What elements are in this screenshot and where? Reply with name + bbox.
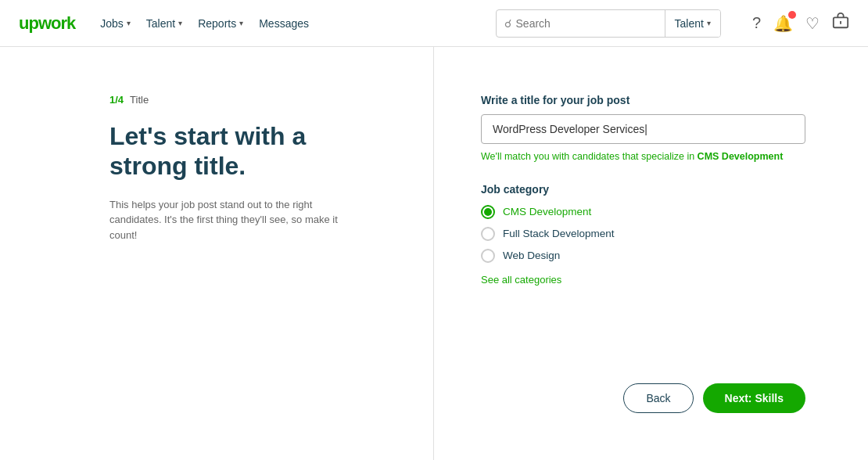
form-label: Write a title for your job post: [481, 94, 805, 106]
form-section: Write a title for your job post We'll ma…: [481, 94, 805, 305]
job-title-input[interactable]: [481, 114, 805, 144]
radio-button-webdesign[interactable]: [481, 249, 495, 263]
main-content: 1/4 Title Let's start with a strong titl…: [0, 47, 868, 460]
footer-buttons: Back Next: Skills: [481, 368, 805, 413]
notification-badge: [788, 11, 796, 19]
back-button[interactable]: Back: [623, 383, 693, 413]
radio-web-design[interactable]: Web Design: [481, 249, 805, 263]
radio-label-fullstack: Full Stack Development: [503, 228, 615, 239]
navbar: upwork Jobs ▾ Talent ▾ Reports ▾ Message…: [0, 0, 868, 47]
chevron-down-icon: ▾: [178, 19, 182, 27]
chevron-down-icon: ▾: [127, 19, 131, 27]
see-all-categories-link[interactable]: See all categories: [481, 274, 561, 286]
nav-messages[interactable]: Messages: [259, 17, 309, 30]
nav-jobs[interactable]: Jobs ▾: [100, 17, 131, 30]
radio-cms-development[interactable]: CMS Development: [481, 205, 805, 219]
navbar-icons: ? 🔔 ♡: [752, 13, 849, 34]
chevron-down-icon: ▾: [707, 19, 711, 27]
right-panel: Write a title for your job post We'll ma…: [434, 47, 868, 460]
radio-full-stack[interactable]: Full Stack Development: [481, 227, 805, 241]
step-indicator: 1/4 Title: [109, 94, 386, 106]
favorites-icon[interactable]: ♡: [805, 14, 820, 33]
job-category-label: Job category: [481, 183, 805, 196]
step-fraction: 1/4: [109, 94, 124, 106]
nav-reports[interactable]: Reports ▾: [198, 17, 243, 30]
search-bar: ☌ Talent ▾: [496, 9, 721, 38]
category-radio-group: CMS Development Full Stack Development W…: [481, 205, 805, 263]
radio-button-cms[interactable]: [481, 205, 495, 219]
next-skills-button[interactable]: Next: Skills: [703, 383, 805, 413]
help-icon[interactable]: ?: [752, 14, 761, 32]
notifications-icon[interactable]: 🔔: [773, 14, 793, 33]
chevron-down-icon: ▾: [239, 19, 243, 27]
search-filter-dropdown[interactable]: Talent ▾: [665, 9, 720, 38]
nav-links: Jobs ▾ Talent ▾ Reports ▾ Messages: [100, 17, 309, 30]
profile-icon[interactable]: [832, 13, 849, 34]
match-suggestion: We'll match you with candidates that spe…: [481, 150, 805, 164]
radio-label-webdesign: Web Design: [503, 250, 560, 261]
search-icon: ☌: [504, 17, 511, 30]
subtext: This helps your job post stand out to th…: [109, 197, 360, 243]
search-input[interactable]: [516, 17, 657, 30]
page-heading: Let's start with a strong title.: [109, 121, 386, 181]
radio-button-fullstack[interactable]: [481, 227, 495, 241]
radio-label-cms: CMS Development: [503, 206, 591, 217]
left-panel: 1/4 Title Let's start with a strong titl…: [0, 47, 434, 460]
search-input-area: ☌: [497, 17, 665, 30]
nav-talent[interactable]: Talent ▾: [146, 17, 182, 30]
step-title-label: Title: [130, 94, 149, 106]
upwork-logo[interactable]: upwork: [19, 13, 75, 34]
match-specialty: CMS Development: [698, 151, 784, 162]
